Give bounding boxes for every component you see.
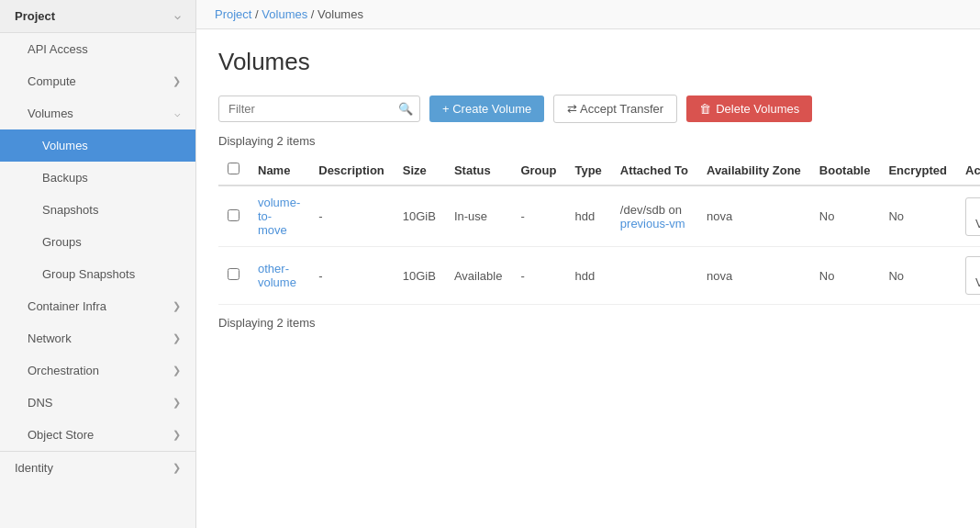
trash-icon: 🗑 [699,102,711,116]
sidebar-item-label: Snapshots [42,203,98,217]
sidebar-item-label: Groups [42,235,82,249]
sidebar-item-orchestration[interactable]: Orchestration ❯ [0,354,195,387]
sidebar-item-object-store[interactable]: Object Store ❯ [0,419,195,451]
edit-btn-group: Edit Volume ▾ [965,197,980,236]
row-checkbox[interactable] [228,268,239,280]
page-title: Volumes [218,48,958,76]
col-type: Type [565,155,610,185]
chevron-right-icon: ❯ [173,300,181,312]
chevron-right-icon: ❯ [173,462,181,474]
volume-description: - [309,247,394,305]
sidebar-item-label: Orchestration [28,364,99,377]
col-encrypted: Encrypted [879,155,956,185]
volume-type: hdd [565,247,610,305]
volume-status: Available [445,247,512,305]
sidebar-item-groups[interactable]: Groups [0,226,195,258]
col-size: Size [394,155,445,185]
volume-encrypted: No [879,247,956,305]
sidebar-item-label: Network [28,331,72,345]
chevron-right-icon: ❯ [173,332,181,344]
volume-size: 10GiB [394,247,445,305]
chevron-right-icon: ❯ [173,429,181,441]
sidebar-item-network[interactable]: Network ❯ [0,322,195,354]
col-status: Status [445,155,512,185]
search-icon: 🔍 [398,102,413,116]
volumes-table: Name Description Size Status Group Type … [218,155,980,305]
main-content: Project / Volumes / Volumes Volumes 🔍 + … [196,0,980,528]
volume-status: In-use [445,185,512,247]
volume-actions: Edit Volume ▾ [956,185,980,247]
sidebar-item-label: Volumes [28,107,73,120]
sidebar-item-dns[interactable]: DNS ❯ [0,387,195,419]
sidebar-project[interactable]: Project ⌵ [0,0,195,33]
content-area: Volumes 🔍 + Create Volume ⇄ Accept Trans… [196,29,980,528]
delete-volumes-button[interactable]: 🗑 Delete Volumes [686,95,812,122]
sidebar-item-label: Compute [28,74,76,88]
filter-input[interactable] [218,95,420,122]
sidebar-item-compute[interactable]: Compute ❯ [0,65,195,97]
volume-name-link[interactable]: volume-to-move [258,196,300,237]
edit-volume-button[interactable]: Edit Volume [965,197,980,236]
volume-name-link[interactable]: other-volume [258,262,296,289]
sidebar-item-label: Object Store [28,428,94,442]
sidebar-item-volumes-parent[interactable]: Volumes ⌵ [0,97,195,129]
volume-bootable: No [810,247,880,305]
table-header-row: Name Description Size Status Group Type … [218,155,980,185]
sidebar-item-label: Backups [42,171,88,185]
sidebar-item-volumes[interactable]: Volumes [0,129,195,162]
filter-wrap: 🔍 [218,95,420,122]
sidebar-item-container-infra[interactable]: Container Infra ❯ [0,290,195,322]
table-row: other-volume - 10GiB Available - hdd nov… [218,247,980,305]
sidebar-item-label: Identity [15,461,53,475]
breadcrumb-sep2: / [311,7,317,21]
sidebar-item-label: Container Infra [28,299,106,313]
volume-attached-to: /dev/sdb on previous-vm [611,185,697,247]
sidebar-item-label: Group Snapshots [42,267,135,281]
col-actions: Actions [956,155,980,185]
col-availability-zone: Availability Zone [697,155,810,185]
display-count-top: Displaying 2 items [218,134,958,148]
display-count-bottom: Displaying 2 items [218,316,958,330]
col-group: Group [511,155,565,185]
volume-az: nova [697,247,810,305]
sidebar-item-backups[interactable]: Backups [0,162,195,194]
sidebar-item-label: API Access [28,42,88,56]
col-attached-to: Attached To [611,155,697,185]
sidebar-item-api-access[interactable]: API Access [0,33,195,65]
table-row: volume-to-move - 10GiB In-use - hdd /dev… [218,185,980,247]
volume-attached-to [611,247,697,305]
chevron-right-icon: ❯ [173,365,181,376]
select-all-checkbox[interactable] [228,163,239,174]
sidebar-item-label: Volumes [42,139,88,152]
breadcrumb-volumes-parent[interactable]: Volumes [262,7,307,21]
accept-transfer-button[interactable]: ⇄ Accept Transfer [553,95,677,123]
toolbar: 🔍 + Create Volume ⇄ Accept Transfer 🗑 De… [218,95,958,123]
chevron-down-icon: ⌵ [174,107,181,119]
sidebar-item-label: DNS [28,396,52,410]
edit-btn-group: Edit Volume ▾ [965,256,980,295]
attached-vm-link[interactable]: previous-vm [620,217,685,230]
sidebar-item-group-snapshots[interactable]: Group Snapshots [0,258,195,290]
breadcrumb: Project / Volumes / Volumes [196,0,980,29]
volume-az: nova [697,185,810,247]
volume-size: 10GiB [394,185,445,247]
chevron-down-icon: ⌵ [174,10,181,22]
breadcrumb-volumes-current: Volumes [317,7,363,21]
volume-group: - [511,185,565,247]
chevron-right-icon: ❯ [173,75,181,87]
chevron-right-icon: ❯ [173,397,181,409]
sidebar-project-label: Project [15,9,55,23]
volume-description: - [309,185,394,247]
sidebar: Project ⌵ API Access Compute ❯ Volumes ⌵… [0,0,196,528]
create-volume-button[interactable]: + Create Volume [429,95,544,122]
col-bootable: Bootable [810,155,880,185]
sidebar-item-snapshots[interactable]: Snapshots [0,194,195,226]
col-name: Name [249,155,309,185]
delete-volumes-label: Delete Volumes [716,102,799,116]
breadcrumb-project[interactable]: Project [215,7,251,21]
volume-bootable: No [810,185,880,247]
volume-group: - [511,247,565,305]
sidebar-item-identity[interactable]: Identity ❯ [0,451,195,484]
edit-volume-button[interactable]: Edit Volume [965,256,980,295]
row-checkbox[interactable] [228,209,239,221]
